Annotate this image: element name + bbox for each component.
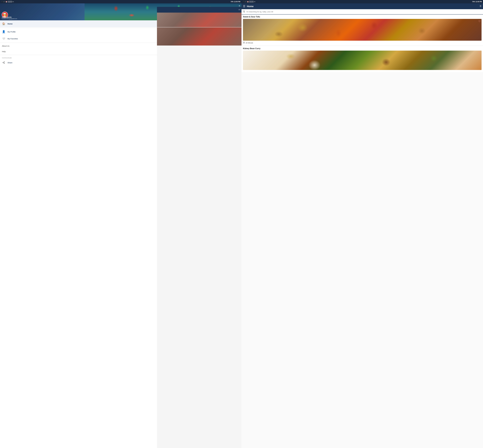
r-volte-badge: VOLTE [249,1,254,2]
recipe-meta-tofu: 20 Minute [243,42,482,44]
r-vibrate-icon: 📳 [245,1,246,2]
behind-heart-icon-1: ♡ [239,13,241,16]
right-status-right: 74% 12:05 PM [472,1,482,2]
svg-line-3 [3,63,4,63]
left-phone: 📱 📳 ⏰ VOLTE 4G 74% 12:05 PM ≡ 👨‍🍳 suhas … [0,0,242,448]
recipe-image-container-kidney: ♡ [243,51,482,70]
status-right-info: 74% 12:05 PM [231,1,240,2]
right-status-bar: 📱 📳 ⏰ VOLTE 4G 74% 12:05 PM [242,0,483,3]
behind-drawer-glimpse: Oil ♡ ♡ [157,7,242,448]
r-network-badge: 4G [254,1,255,2]
recipe-heart-kidney[interactable]: ♡ [478,52,481,55]
time-display: 12:05 PM [234,1,240,2]
right-status-left: 📱 📳 ⏰ VOLTE 4G [243,1,255,2]
sidebar-item-about-us-label: About Us [2,45,9,47]
drawer-user-info: suhas gawde kubictechnology@gmail.com [2,12,17,19]
svg-line-4 [3,62,4,62]
svg-point-8 [243,11,245,12]
recipe-card-kidney[interactable]: Kidney Bean Curry ♡ [242,46,483,72]
main-toolbar: ☰ Home [242,3,483,9]
sidebar-item-help-label: Help [2,50,6,53]
left-phone-content: ≡ 👨‍🍳 suhas gawde kubictechnology@gmail.… [0,3,242,448]
svg-point-1 [3,62,3,63]
drawer-username: suhas gawde [2,16,17,18]
behind-recipe-1: ♡ [157,13,242,27]
svg-line-9 [244,12,245,12]
r-battery-level: 74% [472,1,475,2]
r-time-display: 12:05 PM [475,1,482,2]
behind-recipe-2: ♡ [157,27,242,46]
toolbar-title: Home [247,5,479,8]
recipe-heart-tofu[interactable]: ♡ [478,20,481,23]
right-phone: 📱 📳 ⏰ VOLTE 4G 74% 12:05 PM ☰ Home [242,0,483,448]
sidebar-item-home-label: Home [8,23,13,25]
phone-icon: 📱 [1,1,3,2]
svg-point-2 [4,63,5,64]
volte-badge: VOLTE [8,1,12,2]
recipe-list: Sweet & Sour Tofu ♡ 20 Minute Kid [242,15,483,448]
hamburger-menu-icon[interactable]: ☰ [243,5,245,8]
vibrate-icon: 📳 [3,1,5,2]
alarm-icon: ⏰ [6,1,7,2]
recipe-image-container-tofu: ♡ [243,19,482,41]
sidebar-item-my-profile-label: My Profile [8,31,16,33]
search-icon [243,10,245,13]
search-bar [242,9,483,15]
share-icon [2,61,5,64]
recipe-time-tofu: 20 Minute [246,42,253,44]
status-left-icons: 📱 📳 ⏰ VOLTE 4G [1,1,14,2]
r-phone-icon: 📱 [243,1,244,2]
behind-heart-icon-2: ♡ [239,28,241,30]
recipe-title-kidney: Kidney Bean Curry [243,48,482,50]
battery-level: 74% [231,1,234,2]
r-alarm-icon: ⏰ [247,1,249,2]
sidebar-item-share-label: Share [8,62,12,64]
timer-icon-tofu [243,42,245,44]
network-badge: 4G [12,1,14,2]
filter-icon[interactable] [479,5,482,8]
drawer-email: kubictechnology@gmail.com [2,18,17,19]
sidebar-item-my-favorites-label: My Favorites [8,38,18,40]
person-icon: 👤 [2,30,5,33]
left-status-bar: 📱 📳 ⏰ VOLTE 4G 74% 12:05 PM [0,0,242,3]
recipe-image-kidney [243,51,482,70]
favorites-heart-icon: 🤍 [2,37,5,40]
recipe-title-tofu: Sweet & Sour Tofu [243,16,482,18]
home-icon: 🏠 [2,22,5,25]
svg-point-0 [4,62,5,62]
recipe-image-tofu [243,19,482,41]
recipe-card-tofu[interactable]: Sweet & Sour Tofu ♡ 20 Minute [242,15,483,45]
search-input[interactable] [246,11,482,13]
